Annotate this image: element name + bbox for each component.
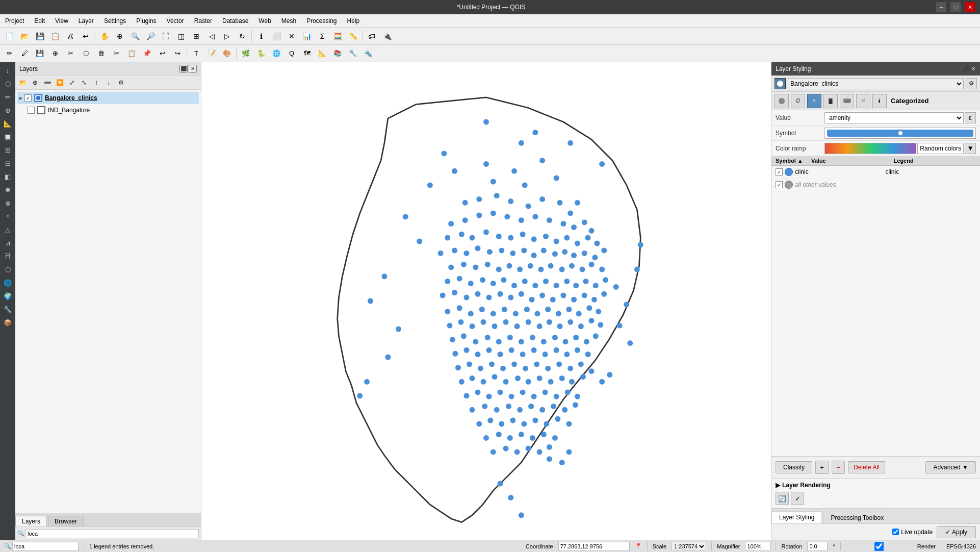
paste-features-button[interactable]: 📌 <box>140 46 154 61</box>
collapse-all-button[interactable]: ⤡ <box>79 77 90 88</box>
left-tool-18[interactable]: 🌍 <box>2 290 14 302</box>
left-tool-14[interactable]: ⊿ <box>2 237 14 249</box>
live-update-checkbox[interactable]: Live update <box>892 529 933 536</box>
left-tool-7[interactable]: ⊞ <box>2 144 14 156</box>
label-anno-button[interactable]: T <box>189 46 203 61</box>
left-tool-16[interactable]: ⬡ <box>2 263 14 275</box>
grass-button[interactable]: 🌿 <box>239 46 253 61</box>
save-layer-button[interactable]: 💾 <box>33 46 47 61</box>
layer-item-ind-bangalore[interactable]: IND_Bangalore <box>17 104 199 116</box>
left-tool-10[interactable]: ✱ <box>2 184 14 196</box>
left-tool-12[interactable]: ⌖ <box>2 210 14 222</box>
render-tool-2[interactable]: ✓ <box>791 492 804 505</box>
pan-button[interactable]: ✋ <box>97 29 112 43</box>
left-tool-8[interactable]: ⊟ <box>2 157 14 169</box>
coordinate-input[interactable] <box>558 542 630 551</box>
zoom-out-button[interactable]: 🔎 <box>143 29 158 43</box>
open-project-button[interactable]: 📂 <box>17 29 32 43</box>
new-project-button[interactable]: 📄 <box>2 29 16 43</box>
heatmap-renderer-button[interactable]: 🌡 <box>872 94 887 108</box>
left-tool-6[interactable]: 🔲 <box>2 131 14 143</box>
styling-layer-dropdown[interactable]: Bangalore_clinics <box>788 78 964 89</box>
deselect-button[interactable]: ✕ <box>285 29 299 43</box>
move-feature-button[interactable]: ✂ <box>63 46 78 61</box>
label-button[interactable]: 🏷 <box>365 29 379 43</box>
left-tool-20[interactable]: 📦 <box>2 316 14 329</box>
left-tool-4[interactable]: ⊕ <box>2 104 14 116</box>
filter-layer-button[interactable]: 🔽 <box>54 77 65 88</box>
color-ramp-preview[interactable] <box>824 143 916 154</box>
plugin-button[interactable]: 🔌 <box>380 29 394 43</box>
zoom-selection-button[interactable]: ◫ <box>174 29 188 43</box>
layers-panel-undock[interactable]: ⬛ <box>179 65 188 73</box>
move-down-button[interactable]: ↓ <box>103 77 114 88</box>
scale-dropdown[interactable]: 1:237574 <box>672 542 706 551</box>
toggle-edit-button[interactable]: 🖊 <box>17 46 32 61</box>
graduated-renderer-button[interactable]: ▓ <box>823 94 838 108</box>
save-as-button[interactable]: 📋 <box>48 29 62 43</box>
layer-rendering-title[interactable]: ▶ Layer Rendering <box>776 482 976 489</box>
expand-all-button[interactable]: ⤢ <box>66 77 78 88</box>
atlas-button[interactable]: 📚 <box>330 46 345 61</box>
delete-selected-button[interactable]: 🗑 <box>94 46 108 61</box>
left-tool-5[interactable]: 📐 <box>2 117 14 130</box>
add-class-button[interactable]: + <box>815 461 829 474</box>
open-layer-button[interactable]: 📂 <box>17 77 29 88</box>
value-expression-button[interactable]: ε <box>965 112 976 123</box>
zoom-full-button[interactable]: ⛶ <box>159 29 173 43</box>
styling-close-button[interactable]: ✕ <box>971 65 976 72</box>
layer-checkbox-ind[interactable] <box>28 107 35 114</box>
style-button[interactable]: 🎨 <box>220 46 234 61</box>
menu-edit[interactable]: Edit <box>29 16 50 26</box>
layer-item-bangalore-clinics[interactable]: ▶ ✓ Bangalore_clinics <box>17 92 199 104</box>
pan-to-selection-button[interactable]: ⊕ <box>113 29 127 43</box>
point-displacement-renderer-button[interactable]: ⁙ <box>856 94 870 108</box>
add-layer-button[interactable]: ⊕ <box>30 77 41 88</box>
tab-layers[interactable]: Layers <box>15 516 47 526</box>
maximize-button[interactable]: □ <box>950 2 961 12</box>
apply-button[interactable]: ✓ Apply <box>937 526 976 538</box>
menu-raster[interactable]: Raster <box>189 16 217 26</box>
layers-search-input[interactable] <box>25 529 199 538</box>
category-row-clinic[interactable]: ✓ clinic clinic <box>771 166 980 179</box>
menu-database[interactable]: Database <box>217 16 253 26</box>
field-calc-button[interactable]: 🧮 <box>330 29 345 43</box>
map-canvas[interactable] <box>201 62 771 540</box>
symbol-preview-bar[interactable] <box>824 128 976 139</box>
layer-settings-button[interactable]: ⚙ <box>115 77 126 88</box>
digitize-button[interactable]: ✏ <box>2 46 16 61</box>
close-button[interactable]: ✕ <box>965 2 975 12</box>
left-tool-11[interactable]: ⊗ <box>2 197 14 209</box>
color-ramp-options-button[interactable]: ▼ <box>965 143 976 154</box>
zoom-last-button[interactable]: ◁ <box>204 29 219 43</box>
print-button[interactable]: 🖨 <box>63 29 78 43</box>
left-tool-19[interactable]: 🔧 <box>2 303 14 315</box>
menu-processing[interactable]: Processing <box>301 16 342 26</box>
left-tool-17[interactable]: 🌐 <box>2 277 14 289</box>
python-button[interactable]: 🐍 <box>254 46 268 61</box>
category-row-other[interactable]: ✓ all other values <box>771 179 980 191</box>
delete-all-button[interactable]: Delete All <box>848 461 885 473</box>
save-project-button[interactable]: 💾 <box>33 29 47 43</box>
select-button[interactable]: ⬜ <box>269 29 283 43</box>
map3d-button[interactable]: 🗺 <box>300 46 314 61</box>
categorized-renderer-button[interactable]: ≡ <box>807 94 821 108</box>
menu-layer[interactable]: Layer <box>73 16 99 26</box>
layers-panel-close[interactable]: ✕ <box>189 65 197 73</box>
category-checkbox-clinic[interactable]: ✓ <box>776 168 783 175</box>
zoom-in-button[interactable]: 🔍 <box>128 29 142 43</box>
node-tool-button[interactable]: ⬡ <box>79 46 93 61</box>
tab-layer-styling[interactable]: Layer Styling <box>771 511 822 523</box>
menu-mesh[interactable]: Mesh <box>276 16 301 26</box>
render-tool-1[interactable]: 🔄 <box>776 492 789 505</box>
classify-button[interactable]: Classify <box>776 461 812 473</box>
magnifier-input[interactable] <box>745 542 770 551</box>
menu-view[interactable]: View <box>50 16 73 26</box>
attributes-button[interactable]: 📊 <box>300 29 314 43</box>
annotation-button[interactable]: 📝 <box>204 46 219 61</box>
plugin2-button[interactable]: 🔧 <box>346 46 360 61</box>
zoom-next-button[interactable]: ▷ <box>220 29 234 43</box>
cut-features-button[interactable]: ✂ <box>109 46 123 61</box>
left-tool-1[interactable]: ↕ <box>2 64 14 77</box>
tab-browser[interactable]: Browser <box>48 516 84 526</box>
